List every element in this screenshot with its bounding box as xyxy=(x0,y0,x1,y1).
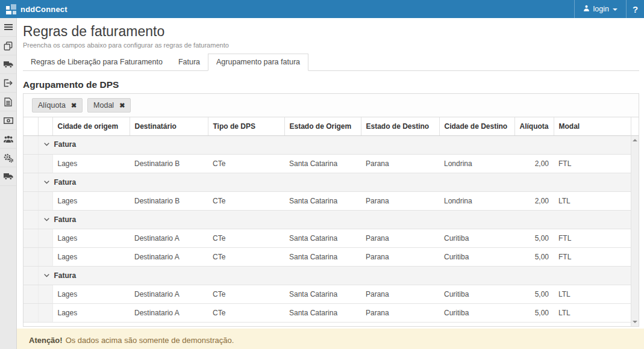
document-icon xyxy=(4,97,12,107)
group-row[interactable]: Fatura xyxy=(23,211,631,229)
grid-header: Cidade de origem Destinatário Tipo de DP… xyxy=(23,117,639,136)
chevron-down-icon xyxy=(613,8,617,11)
ndd-logo-icon xyxy=(6,4,16,14)
sidebar-item-users[interactable] xyxy=(0,130,16,149)
sidebar-item-copy[interactable] xyxy=(0,37,16,55)
table-row[interactable]: Lages Destinatario A CTe Santa Catarina … xyxy=(23,248,631,267)
menu-icon xyxy=(4,23,13,31)
top-bar: nddConnect login ? xyxy=(0,0,644,18)
sidebar xyxy=(0,18,17,349)
tab-regras-liberacao[interactable]: Regras de Liberação para Faturamento xyxy=(23,54,170,70)
column-header-cidade-origem[interactable]: Cidade de origem xyxy=(52,117,130,135)
users-icon xyxy=(4,135,13,143)
remove-icon[interactable]: ✖ xyxy=(71,102,77,110)
chevron-down-icon[interactable] xyxy=(43,179,50,187)
page-subtitle: Preencha os campos abaixo para configura… xyxy=(23,42,639,49)
group-row[interactable]: Fatura xyxy=(23,136,631,155)
chevron-down-icon[interactable] xyxy=(43,216,50,224)
column-header-tipo-dps[interactable]: Tipo de DPS xyxy=(208,117,284,135)
chevron-down-icon[interactable] xyxy=(43,272,50,280)
group-indent-header xyxy=(23,117,38,135)
table-row[interactable]: Lages Destinatario A CTe Santa Catarina … xyxy=(23,285,631,304)
money-icon xyxy=(4,117,13,124)
page-title: Regras de faturamento xyxy=(23,23,639,40)
sidebar-item-document[interactable] xyxy=(0,93,16,111)
table-row[interactable]: Lages Destinatario B CTe Santa Catarina … xyxy=(23,155,631,173)
sidebar-item-money[interactable] xyxy=(0,111,16,130)
chevron-down-icon[interactable] xyxy=(43,141,50,149)
group-panel: Alíquota ✖ Modal ✖ xyxy=(23,94,639,117)
tab-fatura[interactable]: Fatura xyxy=(170,54,208,70)
section-title: Agrupamento de DPS xyxy=(23,79,639,90)
grid-body: Fatura Lages Destinatario B CTe Santa Ca… xyxy=(23,136,639,326)
login-menu[interactable]: login xyxy=(574,0,626,18)
table-row[interactable]: Lages Destinatario A CTe Santa Catarina … xyxy=(23,229,631,248)
group-row[interactable]: Fatura xyxy=(23,173,631,192)
tab-bar: Regras de Liberação para Faturamento Fat… xyxy=(23,55,639,71)
table-row[interactable]: Lages Destinatario B CTe Santa Catarina … xyxy=(23,192,631,211)
sidebar-item-truck-2[interactable] xyxy=(0,167,16,186)
copy-icon xyxy=(4,42,13,51)
column-header-aliquota[interactable]: Alíquota xyxy=(514,117,554,135)
scroll-down-icon[interactable] xyxy=(633,321,637,323)
warning-text: Os dados acima são somente de demonstraç… xyxy=(66,336,234,345)
login-label: login xyxy=(593,5,609,13)
scroll-up-icon[interactable] xyxy=(633,139,637,141)
sign-out-icon xyxy=(4,79,13,87)
group-row[interactable]: Fatura xyxy=(23,267,631,285)
header-scrollbar-spacer xyxy=(631,117,639,136)
warning-bold: Atenção! xyxy=(29,336,63,345)
sidebar-item-truck[interactable] xyxy=(0,55,16,74)
tab-agrupamento-para-fatura[interactable]: Agrupamento para fatura xyxy=(208,54,308,71)
table-row[interactable]: Lages Destinatario A CTe Santa Catarina … xyxy=(23,304,631,323)
remove-icon[interactable]: ✖ xyxy=(119,102,125,110)
user-icon xyxy=(583,5,590,13)
group-chip-modal[interactable]: Modal ✖ xyxy=(87,98,131,113)
sidebar-item-menu[interactable] xyxy=(0,18,16,37)
column-header-cidade-destino[interactable]: Cidade de Destino xyxy=(439,117,514,135)
help-button[interactable]: ? xyxy=(626,0,644,18)
group-chip-aliquota[interactable]: Alíquota ✖ xyxy=(32,98,83,113)
demo-warning-banner: Atenção! Os dados acima são somente de d… xyxy=(17,329,644,349)
brand-name: nddConnect xyxy=(20,5,67,14)
dps-grouping-grid: Alíquota ✖ Modal ✖ Cid xyxy=(23,93,639,327)
group-indent-header xyxy=(38,117,52,135)
gears-icon xyxy=(4,153,13,162)
column-header-destinatario[interactable]: Destinatário xyxy=(130,117,208,135)
truck-icon xyxy=(4,173,13,180)
column-header-estado-origem[interactable]: Estado de Origem xyxy=(284,117,361,135)
truck-icon xyxy=(4,61,13,68)
column-header-modal[interactable]: Modal xyxy=(554,117,631,135)
sidebar-item-gears[interactable] xyxy=(0,149,16,167)
vertical-scrollbar[interactable] xyxy=(631,136,639,326)
brand[interactable]: nddConnect xyxy=(0,4,67,14)
column-header-estado-destino[interactable]: Estado de Destino xyxy=(361,117,439,135)
sidebar-item-sign-out[interactable] xyxy=(0,74,16,93)
